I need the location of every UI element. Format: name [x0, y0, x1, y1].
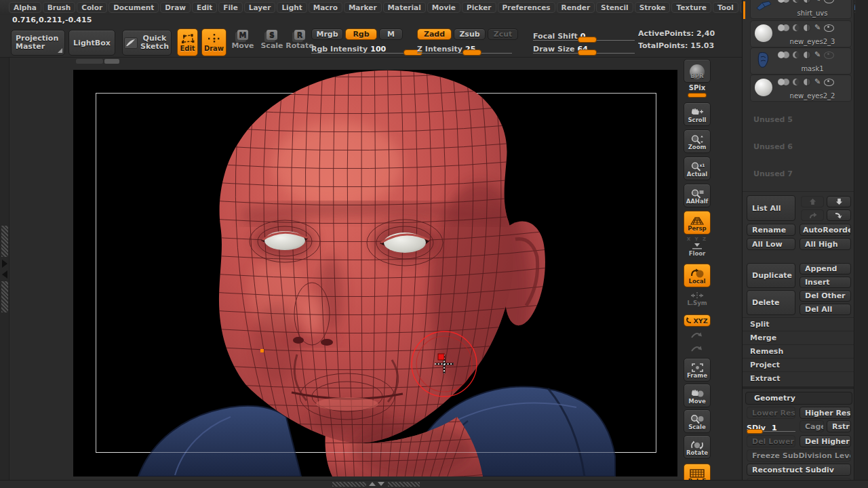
tray-divider-grip[interactable] [1, 281, 8, 312]
tray-resize-handle[interactable] [76, 59, 103, 64]
subtool-row-new-eyes2-3[interactable]: new_eyes2_3 [750, 20, 852, 47]
m-button[interactable]: M [379, 28, 403, 40]
freeze-subdivision-button[interactable]: Freeze SubDivision Levels [747, 449, 851, 462]
menu-item-picker[interactable]: Picker [462, 2, 496, 13]
sculpt-viewport-model[interactable] [73, 70, 677, 476]
edit-button[interactable]: Edit [177, 28, 198, 56]
reconstruct-subdiv-button[interactable]: Reconstruct Subdiv [747, 464, 851, 476]
remesh-row[interactable]: Remesh [743, 344, 854, 358]
slider-handle[interactable] [747, 429, 763, 434]
rotate-tool-button[interactable]: R Rotate [285, 30, 314, 50]
duplicate-button[interactable]: Duplicate [747, 263, 795, 288]
insert-button[interactable]: Insert [800, 277, 851, 288]
lsym-button[interactable]: L.Sym [684, 291, 711, 306]
subtool-thumbnail[interactable] [753, 50, 774, 70]
del-other-button[interactable]: Del Other [800, 290, 851, 302]
cage-button[interactable]: Cage [800, 420, 824, 432]
all-low-button[interactable]: All Low [747, 238, 795, 250]
menu-item-stroke[interactable]: Stroke [635, 2, 671, 13]
displacement-icon[interactable] [803, 0, 811, 3]
displacement-icon[interactable] [803, 24, 811, 32]
paint-brush-icon[interactable] [814, 52, 821, 58]
persp-button[interactable]: Persp [684, 211, 711, 235]
uv-icon[interactable] [793, 24, 800, 31]
local-button[interactable]: Local [684, 264, 711, 287]
subtool-thumbnail[interactable] [753, 77, 774, 98]
displacement-icon[interactable] [803, 78, 811, 86]
polypaint-icon[interactable] [778, 52, 785, 58]
menu-item-layer[interactable]: Layer [244, 2, 276, 13]
menu-item-color[interactable]: Color [77, 2, 107, 13]
mrgb-button[interactable]: Mrgb [311, 28, 343, 40]
menu-item-preferences[interactable]: Preferences [498, 2, 555, 13]
visibility-eye-icon[interactable] [824, 24, 834, 32]
scroll-button[interactable]: Scroll [684, 102, 711, 126]
del-all-button[interactable]: Del All [800, 304, 851, 315]
scroll-up-icon[interactable] [369, 482, 376, 486]
menu-item-edit[interactable]: Edit [192, 2, 217, 13]
subtool-slot-unused-7[interactable]: Unused 7 [753, 169, 793, 178]
rename-button[interactable]: Rename [747, 224, 795, 236]
visibility-eye-icon[interactable] [824, 79, 834, 86]
bpr-render-button[interactable]: BPR [684, 59, 711, 83]
xyz-rotation-button[interactable]: XYZ [684, 314, 711, 327]
split-row[interactable]: Split [743, 317, 854, 331]
shelf-scale-button[interactable]: Scale [684, 409, 711, 433]
menu-item-movie[interactable]: Movie [427, 2, 460, 13]
polypaint-icon[interactable] [778, 79, 785, 85]
canvas-scroll-arrows[interactable] [369, 482, 384, 486]
scale-tool-button[interactable]: S Scale [260, 30, 284, 50]
zcut-button[interactable]: Zcut [488, 28, 518, 40]
uv-icon[interactable] [793, 52, 800, 58]
subtool-shuffle-up-button[interactable] [801, 209, 824, 221]
subtool-row-mask1[interactable]: mask1 [750, 47, 852, 75]
polypaint-icon[interactable] [778, 24, 785, 31]
subtool-shuffle-down-button[interactable] [827, 209, 851, 221]
subtool-thumbnail[interactable] [753, 23, 774, 43]
uv-icon[interactable] [793, 79, 800, 85]
draw-size-slider[interactable]: Draw Size64 [533, 41, 635, 54]
list-all-button[interactable]: List All [747, 195, 795, 221]
sdiv-slider[interactable]: SDiv 1 [747, 420, 795, 432]
paint-brush-icon[interactable] [814, 0, 821, 3]
subtool-thumbnail[interactable] [753, 0, 774, 15]
draw-button[interactable]: Draw [201, 28, 226, 56]
z-intensity-slider[interactable]: Z Intensity25 [417, 41, 512, 54]
subtool-row-new-eyes2-2[interactable]: new_eyes2_2 [750, 75, 852, 102]
menu-item-light[interactable]: Light [277, 2, 307, 13]
tray-collapse-arrow-icon[interactable] [2, 260, 7, 268]
menu-item-draw[interactable]: Draw [160, 2, 191, 13]
autoreorder-button[interactable]: AutoReorder [800, 224, 851, 236]
rgb-button[interactable]: Rgb [345, 28, 377, 40]
spix-slider-handle[interactable] [688, 93, 707, 98]
menu-item-tool[interactable]: Tool [713, 2, 738, 13]
actual-size-button[interactable]: x1 Actual [684, 157, 711, 180]
rotate-z-icon[interactable] [689, 343, 704, 356]
rstr-button[interactable]: Rstr [827, 420, 851, 432]
subtool-slot-unused-6[interactable]: Unused 6 [753, 142, 793, 151]
aahalf-button[interactable]: AAHalf [684, 184, 711, 207]
del-higher-button[interactable]: Del Higher [800, 435, 851, 447]
append-button[interactable]: Append [800, 263, 851, 274]
tray-divider-grip[interactable] [1, 226, 8, 257]
shelf-rotate-button[interactable]: Rotate [684, 435, 711, 459]
visibility-eye-icon[interactable] [824, 52, 834, 59]
subtool-slot-unused-5[interactable]: Unused 5 [753, 115, 793, 124]
subtool-down-button[interactable] [827, 196, 851, 207]
menu-item-brush[interactable]: Brush [43, 2, 75, 13]
focal-shift-slider[interactable]: Focal Shift0 [533, 28, 635, 41]
lightbox-button[interactable]: LightBox [68, 30, 115, 56]
higher-res-button[interactable]: Higher Res [800, 407, 851, 419]
menu-item-file[interactable]: File [218, 2, 243, 13]
timeline-scrub-right[interactable] [388, 482, 420, 487]
menu-item-texture[interactable]: Texture [671, 2, 711, 13]
paint-brush-icon[interactable] [814, 24, 821, 31]
subtool-up-button[interactable] [801, 196, 824, 207]
zadd-button[interactable]: Zadd [417, 28, 452, 40]
delete-button[interactable]: Delete [747, 290, 795, 315]
extract-row[interactable]: Extract [743, 371, 854, 385]
spix-slider[interactable]: SPix [684, 84, 711, 98]
frame-button[interactable]: Frame [684, 358, 711, 382]
quick-sketch-button[interactable]: Quick Sketch [122, 30, 172, 56]
geometry-section-header[interactable]: Geometry [745, 392, 852, 405]
